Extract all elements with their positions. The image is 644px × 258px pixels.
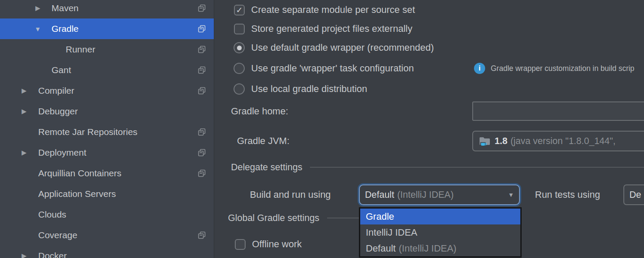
sidebar-item-label: Gant [0,65,71,75]
settings-dialog: ▶ Maven ▼ Gradle Runner Gant [0,0,644,258]
sidebar-item-deployment[interactable]: ▶ Deployment [0,142,214,163]
sidebar-item-gradle[interactable]: ▼ Gradle [0,18,214,39]
settings-tree: ▶ Maven ▼ Gradle Runner Gant [0,0,214,258]
gradle-home-input[interactable] [472,101,644,121]
sidebar-item-label: Docker [0,251,67,258]
offline-work-checkbox[interactable] [235,239,246,250]
modified-indicator-icon [198,87,206,95]
run-tests-using-combobox[interactable]: De [623,184,644,205]
build-run-using-label: Build and run using [250,184,331,205]
sidebar-item-application-servers[interactable]: Application Servers [0,184,214,204]
sidebar-item-compiler[interactable]: ▶ Compiler [0,80,214,101]
modified-indicator-icon [198,25,206,33]
build-run-value-detail: (IntelliJ IDEA) [397,190,453,200]
chevron-right-icon[interactable]: ▶ [20,108,28,115]
dropdown-option-intellij-idea[interactable]: IntelliJ IDEA [360,224,520,240]
use-local-distribution-radio[interactable] [234,83,245,95]
sidebar-item-arquillian-containers[interactable]: Arquillian Containers [0,163,214,184]
use-wrapper-task-radio[interactable] [234,63,245,74]
create-separate-module-label: Create separate module per source set [251,4,415,15]
sidebar-item-docker[interactable]: ▶ Docker [0,246,214,258]
info-icon: i [474,63,485,74]
modified-indicator-icon [198,66,206,74]
modified-indicator-icon [198,149,206,157]
store-generated-files-checkbox[interactable] [234,24,245,34]
store-generated-files-row: Store generated project files externally [234,19,412,39]
modified-indicator-icon [198,231,206,239]
jdk-icon [478,135,491,147]
sidebar-item-debugger[interactable]: ▶ Debugger [0,101,214,122]
global-gradle-settings-section: Global Gradle settings [228,209,359,227]
modified-indicator-icon [198,169,206,177]
sidebar-item-label: Compiler [0,86,74,96]
section-divider [310,167,644,168]
dropdown-option-gradle[interactable]: Gradle [360,209,520,224]
gradle-jvm-label: Gradle JVM: [237,131,289,151]
delegate-settings-title: Delegate settings [231,162,302,173]
sidebar-item-coverage[interactable]: Coverage [0,225,214,246]
store-generated-files-label: Store generated project files externally [251,23,412,34]
use-wrapper-task-row: Use gradle 'wrapper' task configuration [234,58,414,78]
gradle-jvm-combobox[interactable]: 1.8 (java version "1.8.0_144", [472,131,644,151]
build-run-using-combobox[interactable]: Default (IntelliJ IDEA) ▼ [359,184,520,205]
sidebar-item-label: Runner [0,44,95,55]
use-local-distribution-label: Use local gradle distribution [251,83,367,95]
sidebar-item-gant[interactable]: Gant [0,60,214,80]
use-wrapper-task-label: Use gradle 'wrapper' task configuration [251,63,414,74]
wrapper-hint-row: i Gradle wrapper customization in build … [474,58,635,78]
settings-tree-rows: ▶ Maven ▼ Gradle Runner Gant [0,0,214,258]
wrapper-hint-text: Gradle wrapper customization in build sc… [491,64,635,73]
use-default-wrapper-label: Use default gradle wrapper (recommended) [251,42,434,53]
sidebar-item-runner[interactable]: Runner [0,39,214,60]
chevron-right-icon[interactable]: ▶ [33,4,42,12]
check-icon: ✓ [236,6,243,14]
section-divider [327,218,359,218]
sidebar-item-clouds[interactable]: Clouds [0,204,214,225]
chevron-down-icon[interactable]: ▼ [33,25,42,33]
offline-work-label: Offline work [252,239,302,250]
global-gradle-settings-title: Global Gradle settings [228,213,319,224]
sidebar-item-label: Debugger [0,106,78,117]
build-run-value: Default [365,190,394,200]
chevron-right-icon[interactable]: ▶ [20,252,28,258]
create-separate-module-row: ✓ Create separate module per source set [234,0,415,20]
sidebar-item-label: Remote Jar Repositories [0,127,137,137]
build-run-dropdown-popup: Gradle IntelliJ IDEA Default (IntelliJ I… [359,207,522,258]
sidebar-item-label: Arquillian Containers [0,168,122,178]
sidebar-item-remote-jar-repositories[interactable]: Remote Jar Repositories [0,122,214,142]
sidebar-item-label: Clouds [0,209,66,220]
use-local-distribution-row: Use local gradle distribution [234,79,367,99]
modified-indicator-icon [198,46,206,53]
delegate-settings-section: Delegate settings [231,158,644,176]
chevron-down-icon: ▼ [504,191,514,198]
chevron-right-icon[interactable]: ▶ [20,87,28,95]
sidebar-item-maven[interactable]: ▶ Maven [0,0,214,18]
dropdown-option-default[interactable]: Default (IntelliJ IDEA) [360,240,520,256]
gradle-jvm-value-detail: (java version "1.8.0_144", [510,136,616,147]
use-default-wrapper-row: Use default gradle wrapper (recommended) [234,38,434,58]
offline-work-row: Offline work [235,234,302,255]
gradle-home-label: Gradle home: [231,101,288,121]
run-tests-using-label: Run tests using [535,184,600,205]
use-default-wrapper-radio[interactable] [234,42,245,53]
modified-indicator-icon [198,4,206,12]
modified-indicator-icon [198,128,206,136]
sidebar-item-label: Deployment [0,147,86,158]
sidebar-item-label: Coverage [0,230,77,240]
chevron-right-icon[interactable]: ▶ [20,149,28,157]
run-tests-value: De [629,190,641,200]
create-separate-module-checkbox[interactable]: ✓ [234,5,245,15]
gradle-jvm-value: 1.8 [495,136,507,147]
sidebar-item-label: Application Servers [0,189,116,199]
